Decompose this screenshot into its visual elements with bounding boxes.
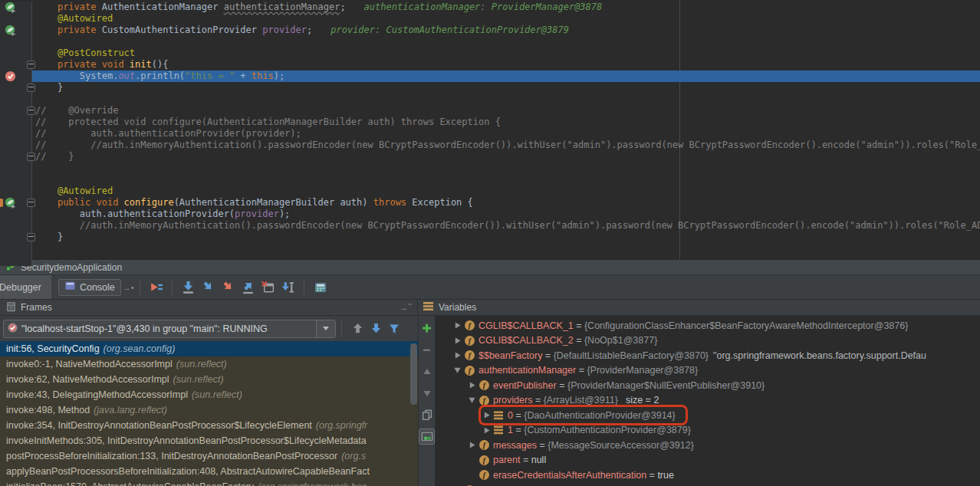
editor-gutter-cell[interactable] xyxy=(0,151,32,163)
code-line: public void configure(AuthenticationMana… xyxy=(0,197,980,209)
chevron-right-icon[interactable] xyxy=(467,441,477,449)
editor-gutter-cell[interactable] xyxy=(0,13,32,25)
code-editor[interactable]: private AuthenticationManager authentica… xyxy=(0,0,980,259)
chevron-right-icon[interactable] xyxy=(482,426,492,435)
frame-row[interactable]: invoke:62, NativeMethodAccessorImpl(sun.… xyxy=(0,372,418,387)
frame-row[interactable]: initializeBean:1570, AbstractAutowireCap… xyxy=(0,479,418,486)
tab-debugger[interactable]: Debugger xyxy=(0,275,51,299)
variable-row[interactable]: fCGLIB$CALLBACK_2 = {NoOp$1@3877} xyxy=(436,333,980,349)
variable-row[interactable]: fparent = null xyxy=(436,453,980,468)
variable-row[interactable]: fmessages = {MessageSourceAccessor@3912} xyxy=(436,438,980,453)
frame-row[interactable]: init:56, SecurityConfig(org.sean.config) xyxy=(0,341,418,356)
editor-gutter-cell[interactable] xyxy=(0,243,32,254)
frame-row[interactable]: invokeInitMethods:305, InitDestroyAnnota… xyxy=(0,433,418,448)
editor-gutter-cell[interactable] xyxy=(0,105,32,117)
fold-marker-icon[interactable] xyxy=(27,153,35,161)
fold-marker-icon[interactable] xyxy=(27,61,35,69)
variable-value: null xyxy=(531,455,546,465)
frame-row[interactable]: invoke:354, InitDestroyAnnotationBeanPos… xyxy=(0,418,418,433)
fold-marker-icon[interactable] xyxy=(27,84,35,92)
editor-gutter-cell[interactable] xyxy=(0,82,32,94)
frames-scrollbar[interactable] xyxy=(410,343,417,405)
variables-panel-header: Variables xyxy=(418,300,980,315)
fold-marker-icon[interactable] xyxy=(27,233,35,241)
editor-gutter-cell[interactable] xyxy=(0,220,32,232)
editor-gutter-cell[interactable] xyxy=(0,48,32,59)
show-execution-point-button[interactable] xyxy=(146,278,166,297)
force-step-into-button[interactable] xyxy=(219,278,238,297)
chevron-right-icon[interactable] xyxy=(467,381,477,389)
frame-row[interactable]: invoke:498, Method(java.lang.reflect) xyxy=(0,402,418,418)
chevron-right-icon[interactable] xyxy=(452,337,462,345)
separator xyxy=(341,321,343,337)
editor-gutter-cell[interactable] xyxy=(0,140,32,151)
variable-row[interactable]: fprovider = {CustomAuthenticationProvide… xyxy=(436,483,980,486)
editor-gutter-cell[interactable] xyxy=(0,71,32,82)
variable-value: {ProviderManager$NullEventPublisher@3910… xyxy=(567,380,765,391)
frame-row[interactable]: invoke:43, DelegatingMethodAccessorImpl(… xyxy=(0,387,418,402)
step-into-button[interactable] xyxy=(199,278,219,297)
thread-selector[interactable]: "localhost-startStop-1"@3,430 in group "… xyxy=(3,320,336,338)
thread-dropdown-arrow[interactable] xyxy=(316,320,335,337)
editor-gutter-cell[interactable] xyxy=(0,59,32,71)
move-down-button[interactable] xyxy=(419,386,434,400)
step-out-button[interactable] xyxy=(238,278,258,297)
chevron-right-icon[interactable] xyxy=(452,321,462,330)
editor-gutter-cell[interactable] xyxy=(0,197,32,209)
code-line: // protected void configure(Authenticati… xyxy=(0,117,980,128)
editor-gutter-cell[interactable] xyxy=(0,254,32,266)
chevron-down-icon[interactable] xyxy=(467,396,477,404)
console-tab-arrow-icon[interactable]: →• xyxy=(123,283,134,292)
editor-gutter-cell[interactable] xyxy=(0,163,32,174)
variable-row[interactable]: 0 = {DaoAuthenticationProvider@3914} xyxy=(436,408,980,423)
code-line xyxy=(0,243,980,254)
add-watch-button[interactable] xyxy=(419,321,434,336)
variable-row[interactable]: feventPublisher = {ProviderManager$NullE… xyxy=(436,378,980,393)
variable-value: {CustomAuthenticationProvider@3879} xyxy=(524,425,691,435)
editor-gutter-cell[interactable] xyxy=(0,174,32,186)
thread-toolbar-row: "localhost-startStop-1"@3,430 in group "… xyxy=(0,316,418,341)
variable-row[interactable]: f$$beanFactory = {DefaultListableBeanFac… xyxy=(436,348,980,363)
remove-watch-button[interactable] xyxy=(419,343,434,357)
editor-gutter-cell[interactable] xyxy=(0,94,32,105)
chevron-right-icon[interactable] xyxy=(452,351,462,360)
editor-gutter-cell[interactable] xyxy=(0,2,32,13)
show-watches-button[interactable] xyxy=(419,429,435,445)
variable-row[interactable]: fCGLIB$CALLBACK_1 = {ConfigurationClassE… xyxy=(436,318,980,333)
step-over-button[interactable] xyxy=(179,278,199,297)
frame-row[interactable]: applyBeanPostProcessorsBeforeInitializat… xyxy=(0,464,418,479)
copy-value-button[interactable] xyxy=(419,407,434,422)
move-up-button[interactable] xyxy=(419,364,434,379)
frame-previous-button[interactable] xyxy=(348,320,367,338)
tab-console[interactable]: Console xyxy=(58,279,121,296)
chevron-right-icon[interactable] xyxy=(482,411,492,419)
evaluate-expression-button[interactable] xyxy=(311,278,331,297)
drop-frame-button[interactable] xyxy=(258,278,278,297)
override-marker-icon[interactable] xyxy=(0,199,3,207)
editor-gutter-cell[interactable] xyxy=(0,128,32,140)
frame-row[interactable]: invoke0:-1, NativeMethodAccessorImpl(sun… xyxy=(0,356,418,372)
frames-icon xyxy=(6,301,16,314)
debugger-tabs-row: Debugger Console →• xyxy=(0,275,980,299)
editor-gutter-cell[interactable] xyxy=(0,232,32,243)
fold-marker-icon[interactable] xyxy=(27,199,35,207)
hide-frames-icon[interactable]: →˝ xyxy=(400,303,411,312)
variable-row[interactable]: fauthenticationManager = {ProviderManage… xyxy=(436,363,980,379)
editor-gutter-cell[interactable] xyxy=(0,25,32,36)
code-line xyxy=(0,36,980,48)
editor-gutter-cell[interactable] xyxy=(0,186,32,197)
variable-row[interactable]: feraseCredentialsAfterAuthentication = t… xyxy=(436,468,980,483)
frame-row[interactable]: postProcessBeforeInitialization:133, Ini… xyxy=(0,448,418,464)
editor-gutter-cell[interactable] xyxy=(0,117,32,128)
field-icon: f xyxy=(465,366,475,376)
filter-frames-button[interactable] xyxy=(385,320,403,338)
chevron-down-icon[interactable] xyxy=(452,366,462,374)
variables-menu-icon[interactable] xyxy=(423,302,433,313)
code-line: auth.authenticationProvider(provider); xyxy=(0,209,980,220)
run-to-cursor-button[interactable] xyxy=(278,278,298,297)
fold-marker-icon[interactable] xyxy=(27,107,35,115)
separator xyxy=(304,280,305,295)
frame-next-button[interactable] xyxy=(367,320,385,338)
editor-gutter-cell[interactable] xyxy=(0,209,32,220)
editor-gutter-cell[interactable] xyxy=(0,36,32,48)
